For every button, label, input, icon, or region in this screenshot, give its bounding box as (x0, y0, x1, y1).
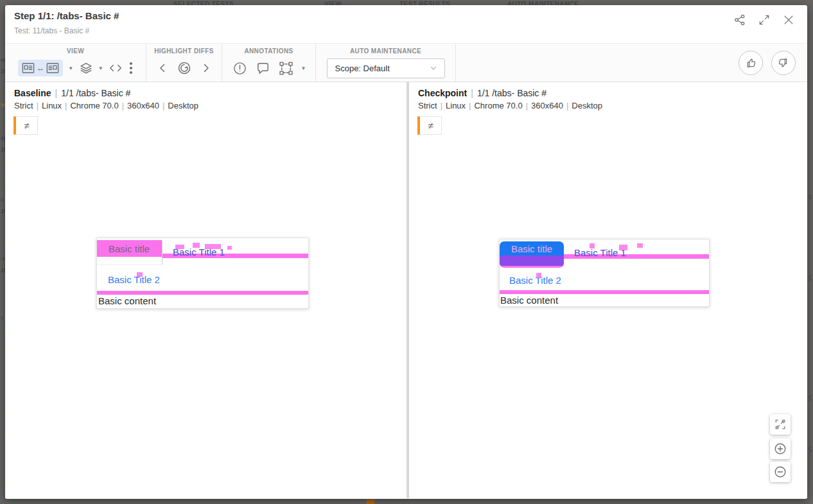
diff-band (500, 290, 709, 294)
diff-smudge (637, 243, 643, 248)
background-glyph: ϛ (809, 444, 812, 452)
toolbar: VIEW ↔ ▾ (5, 44, 807, 82)
thumbs-down-button[interactable] (771, 51, 796, 75)
thumbs-down-icon (777, 56, 790, 69)
scope-select-value: Scope: Default (335, 64, 429, 73)
diff-smudge (227, 246, 232, 250)
active-tab-label: Basic title (500, 241, 564, 256)
fit-screen-button[interactable] (770, 414, 791, 435)
comment-icon[interactable] (256, 61, 270, 76)
checkpoint-headline: Checkpoint|1/1 /tabs- Basic # (418, 88, 546, 98)
section-label: VIEW (67, 48, 84, 55)
chevron-down-icon (429, 64, 438, 73)
baseline-screenshot[interactable]: Basic title Basic Title 1 Basic Title 2 … (96, 238, 309, 309)
diff-highlight-region: Basic title (97, 240, 162, 257)
panel-meta: 1/1 /tabs- Basic # (477, 88, 546, 98)
zoom-in-button[interactable] (770, 439, 791, 459)
caret-down-icon[interactable]: ▾ (302, 65, 305, 71)
diff-cycle-icon[interactable] (177, 60, 192, 76)
section-label: AUTO MAINTENANCE (350, 48, 421, 55)
fit-screen-icon (774, 419, 786, 430)
section-label: ANNOTATIONS (244, 48, 293, 55)
diff-smudge (193, 243, 200, 248)
layers-icon[interactable] (79, 61, 93, 75)
panel-name: Checkpoint (418, 88, 467, 98)
chevron-right-icon[interactable] (201, 62, 211, 74)
background-accent-chip (367, 500, 374, 504)
checkpoint-environment: Strict|Linux|Chrome 70.0|360x640|Desktop (418, 101, 602, 110)
screenshot-content-text: Basic content (500, 295, 558, 306)
swap-arrow: ↔ (37, 64, 44, 73)
region-select-icon[interactable] (279, 61, 293, 76)
panel-meta: 1/1 /tabs- Basic # (61, 88, 130, 98)
thumbs-up-icon (744, 56, 757, 69)
expand-button[interactable] (756, 12, 773, 28)
checkpoint-panel-icon (46, 62, 60, 74)
page-subtitle: Test: 11/tabs - Basic # (14, 26, 89, 35)
screenshot-active-tab: Basic title (97, 240, 162, 265)
caret-down-icon[interactable]: ▾ (69, 65, 73, 71)
screenshot-tab2-label: Basic Title 2 (108, 274, 160, 285)
share-button[interactable] (731, 12, 748, 28)
background-text-fragment: c (1, 196, 4, 203)
not-equal-icon: ≠ (24, 120, 29, 131)
diff-status-badge[interactable]: ≠ (13, 116, 38, 135)
baseline-environment: Strict|Linux|Chrome 70.0|360x640|Desktop (14, 101, 198, 110)
view-mode-toggle[interactable]: ↔ (18, 60, 63, 76)
diff-highlight-region (500, 256, 564, 266)
alert-circle-icon[interactable] (232, 61, 247, 76)
toolbar-section-highlight-diffs: HIGHLIGHT DIFFS (146, 44, 222, 82)
scope-select[interactable]: Scope: Default (327, 58, 445, 78)
toolbar-section-auto-maintenance: AUTO MAINTENANCE Scope: Default (316, 44, 456, 82)
diff-smudge (205, 244, 221, 249)
diff-smudge (619, 245, 627, 250)
background-text-fragment: c (1, 315, 4, 321)
diff-smudge (536, 273, 541, 278)
background-glyph: ϛ (809, 273, 812, 281)
screenshot-tab1-label: Basic Title 1 (574, 247, 626, 258)
toolbar-section-view: VIEW ↔ ▾ (5, 44, 146, 82)
diff-smudge (590, 243, 595, 248)
baseline-panel-icon (21, 62, 35, 74)
caret-down-icon[interactable]: ▾ (100, 65, 103, 71)
baseline-panel: Baseline|1/1 /tabs- Basic # Strict|Linux… (5, 82, 406, 498)
background-glyph: s (809, 193, 812, 200)
vote-buttons (739, 44, 796, 82)
share-icon (733, 13, 746, 26)
section-label: HIGHLIGHT DIFFS (154, 48, 214, 55)
chevron-left-icon[interactable] (157, 62, 168, 74)
header-actions (731, 12, 797, 28)
page-title: Step 1/1: /tabs- Basic # (14, 10, 119, 21)
close-button[interactable] (780, 12, 797, 28)
close-icon (782, 13, 795, 26)
checkpoint-screenshot[interactable]: Basic title Basic Title 1 Basic Title 2 … (499, 239, 710, 307)
screenshot-content-text: Basic content (98, 295, 156, 306)
screenshot-tab2-label: Basic Title 2 (509, 275, 561, 286)
expand-icon (758, 13, 771, 26)
kebab-menu-icon[interactable] (129, 62, 133, 74)
toolbar-section-annotations: ANNOTATIONS ▾ (222, 44, 316, 82)
zoom-in-icon (773, 442, 787, 456)
diff-status-badge[interactable]: ≠ (417, 116, 442, 135)
diff-band (500, 266, 564, 268)
background-glyph: ϛ (809, 393, 812, 401)
modal-header: Step 1/1: /tabs- Basic # Test: 11/tabs -… (5, 5, 807, 44)
step-detail-modal: Step 1/1: /tabs- Basic # Test: 11/tabs -… (5, 5, 807, 499)
screenshot-active-tab: Basic title (500, 241, 564, 268)
comparison-area: Baseline|1/1 /tabs- Basic # Strict|Linux… (5, 82, 807, 498)
diff-smudge (137, 272, 143, 277)
zoom-out-button[interactable] (770, 462, 791, 482)
zoom-out-icon (773, 465, 787, 479)
checkpoint-panel: Checkpoint|1/1 /tabs- Basic # Strict|Lin… (409, 82, 807, 498)
baseline-headline: Baseline|1/1 /tabs- Basic # (14, 88, 130, 98)
not-equal-icon: ≠ (428, 120, 433, 131)
code-icon[interactable] (109, 62, 123, 74)
diff-smudge (175, 245, 184, 249)
thumbs-up-button[interactable] (739, 51, 763, 75)
panel-name: Baseline (14, 88, 51, 98)
diff-band (97, 291, 308, 295)
